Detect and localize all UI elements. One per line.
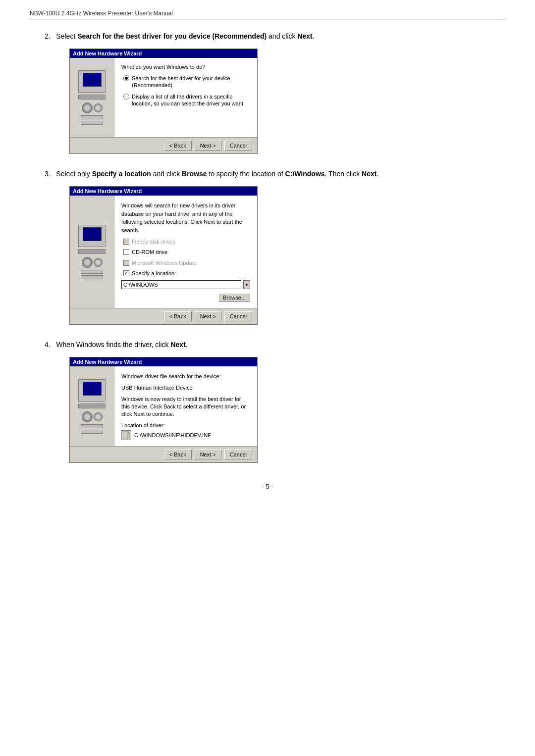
step-4-bold1: Next bbox=[170, 341, 185, 349]
disc-5 bbox=[82, 411, 93, 422]
disc-icons-3 bbox=[82, 411, 103, 422]
wizard-2-cancel-button[interactable]: Cancel bbox=[224, 311, 252, 321]
step-2-bold1: Search for the best driver for you devic… bbox=[77, 32, 267, 40]
wizard-1-question: What do you want Windows to do? bbox=[121, 64, 250, 70]
computer-icon-2 bbox=[78, 225, 106, 254]
computer-icon-3 bbox=[78, 379, 106, 408]
device-name: USB Human Interface Device bbox=[121, 385, 250, 391]
checkbox-location[interactable] bbox=[123, 270, 129, 276]
disc-4 bbox=[94, 258, 103, 267]
checkbox-item-cdrom: CD-ROM drive bbox=[123, 249, 250, 255]
step-4-text-before: When Windows finds the driver, click bbox=[56, 341, 170, 349]
page-footer: - 5 - bbox=[30, 483, 505, 490]
sidebar-item-2 bbox=[81, 121, 103, 125]
computer-monitor bbox=[78, 70, 106, 93]
step-3-text-before: Select only bbox=[56, 170, 92, 178]
svg-rect-2 bbox=[128, 433, 130, 438]
svg-marker-1 bbox=[128, 431, 130, 433]
step-3-bold1: Specify a location bbox=[92, 170, 151, 178]
wizard-1-options: Search for the best driver for your devi… bbox=[123, 75, 250, 107]
sidebar-decorations-3 bbox=[81, 424, 103, 434]
radio-item-1: Search for the best driver for your devi… bbox=[123, 75, 250, 89]
computer-monitor-3 bbox=[78, 379, 106, 402]
wizard-2-next-button[interactable]: Next > bbox=[195, 311, 221, 321]
wizard-2-content: Windows will search for new drivers in i… bbox=[114, 196, 257, 308]
checkbox-item-floppy: Floppy disk drives bbox=[123, 238, 250, 245]
wizard-3-back-button[interactable]: < Back bbox=[164, 450, 192, 459]
step-2: 2. Select Search for the best driver for… bbox=[30, 31, 505, 154]
page-header: NBW-100U 2.4GHz Wireless Presenter User'… bbox=[30, 10, 505, 19]
wizard-1-back-button[interactable]: < Back bbox=[164, 141, 192, 151]
step-3: 3. Select only Specify a location and cl… bbox=[30, 169, 505, 325]
wizard-1-sidebar bbox=[70, 58, 114, 137]
wizard-1: Add New Hardware Wizard bbox=[69, 49, 258, 154]
step-4-text-after: . bbox=[186, 341, 188, 349]
radio-item-2: Display a list of all the drivers in a s… bbox=[123, 93, 250, 107]
wizard-1-cancel-button[interactable]: Cancel bbox=[224, 141, 252, 151]
sidebar-decorations bbox=[81, 115, 103, 125]
disc-6 bbox=[94, 412, 103, 421]
wizard-3-next-button[interactable]: Next > bbox=[195, 450, 221, 459]
disc-icons bbox=[82, 102, 103, 113]
step-3-text-middle: and click bbox=[151, 170, 182, 178]
step-2-bold2: Next bbox=[297, 32, 312, 40]
wizard-2: Add New Hardware Wizard bbox=[69, 186, 258, 325]
disc-1 bbox=[82, 102, 93, 113]
step-3-text-after: to specify the location of bbox=[207, 170, 285, 178]
checkbox-floppy[interactable] bbox=[123, 239, 129, 245]
manual-title: NBW-100U 2.4GHz Wireless Presenter User'… bbox=[30, 10, 173, 17]
checkbox-item-location: Specify a location: bbox=[123, 270, 250, 277]
radio-btn-1[interactable] bbox=[123, 75, 129, 81]
checkbox-item-winupdate: Microsoft Windows Update bbox=[123, 259, 250, 266]
monitor-screen bbox=[83, 73, 102, 87]
file-icon bbox=[121, 430, 131, 440]
step-3-text-after2: . Then click bbox=[325, 170, 362, 178]
step-2-text-after: . bbox=[313, 32, 315, 40]
wizard-3-footer: < Back Next > Cancel bbox=[70, 446, 257, 462]
monitor-screen-3 bbox=[83, 382, 102, 396]
step-3-text-after3: . bbox=[376, 170, 378, 178]
checkbox-label-location: Specify a location: bbox=[132, 270, 176, 277]
step-2-number: 2. bbox=[45, 32, 51, 40]
wizard-1-next-button[interactable]: Next > bbox=[195, 141, 221, 151]
checkbox-cdrom[interactable] bbox=[123, 249, 129, 255]
disc-3 bbox=[82, 257, 93, 268]
sidebar-item-6 bbox=[81, 430, 103, 434]
wizard-3-body: Windows driver file search for the devic… bbox=[70, 366, 257, 446]
wizard-2-info: Windows will search for new drivers in i… bbox=[121, 202, 250, 234]
wizard-3-content: Windows driver file search for the devic… bbox=[114, 366, 257, 446]
location-input-row: ▼ bbox=[121, 280, 250, 289]
checkbox-winupdate[interactable] bbox=[123, 260, 129, 266]
step-2-text-middle: and click bbox=[267, 32, 297, 40]
driver-file-row: C:\WINDOWS\INF\HIDDEV.INF bbox=[121, 430, 250, 440]
driver-file-path: C:\WINDOWS\INF\HIDDEV.INF bbox=[134, 432, 211, 438]
step-4-number: 4. bbox=[45, 341, 51, 349]
step-3-text: 3. Select only Specify a location and cl… bbox=[45, 169, 505, 179]
sidebar-decorations-2 bbox=[81, 270, 103, 279]
wizard-1-content: What do you want Windows to do? Search f… bbox=[114, 58, 257, 137]
wizard-2-back-button[interactable]: < Back bbox=[164, 311, 192, 321]
checkbox-label-floppy: Floppy disk drives bbox=[132, 238, 175, 245]
wizard-3-title: Add New Hardware Wizard bbox=[70, 357, 257, 366]
wizard-2-footer: < Back Next > Cancel bbox=[70, 308, 257, 324]
sidebar-item-1 bbox=[81, 115, 103, 119]
ready-text: Windows is now ready to install the best… bbox=[121, 396, 250, 418]
wizard-2-body: Windows will search for new drivers in i… bbox=[70, 196, 257, 308]
radio-btn-2[interactable] bbox=[123, 94, 129, 100]
location-label: Location of driver: bbox=[121, 422, 250, 428]
wizard-3-cancel-button[interactable]: Cancel bbox=[224, 450, 252, 459]
wizard-3-search-title: Windows driver file search for the devic… bbox=[121, 372, 250, 381]
wizard-3-sidebar bbox=[70, 366, 114, 446]
wizard-2-sidebar bbox=[70, 196, 114, 308]
computer-base-2 bbox=[78, 249, 106, 254]
sidebar-item-4 bbox=[81, 275, 103, 279]
computer-icon bbox=[78, 70, 106, 100]
computer-base bbox=[78, 95, 106, 100]
location-input-field[interactable] bbox=[121, 280, 241, 289]
location-dropdown[interactable]: ▼ bbox=[243, 280, 250, 289]
checkbox-label-winupdate: Microsoft Windows Update bbox=[132, 259, 197, 266]
checkbox-label-cdrom: CD-ROM drive bbox=[132, 249, 167, 255]
browse-button[interactable]: Browse... bbox=[218, 293, 250, 302]
computer-monitor-2 bbox=[78, 225, 106, 247]
computer-base-3 bbox=[78, 403, 106, 408]
